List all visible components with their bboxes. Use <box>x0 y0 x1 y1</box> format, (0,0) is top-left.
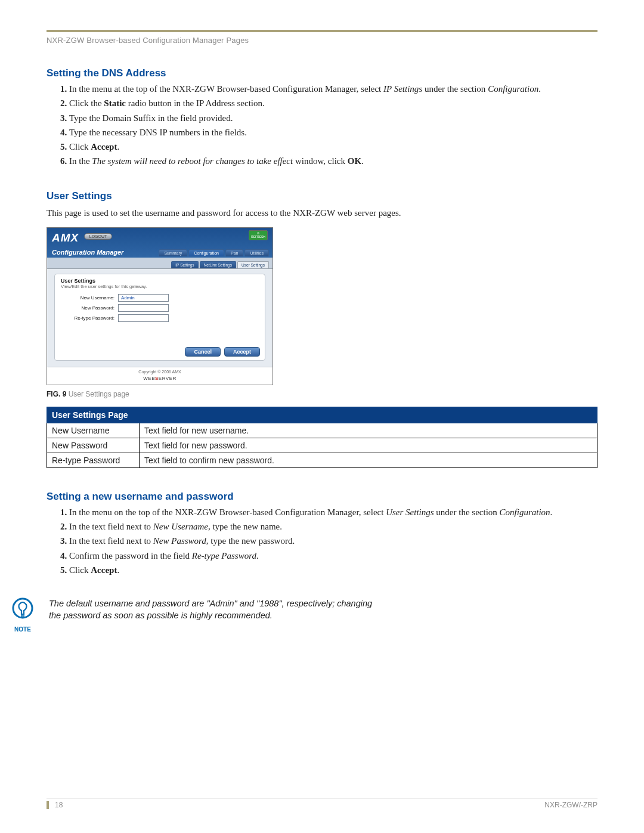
copyright: Copyright © 2006 AMX <box>47 370 273 374</box>
user-settings-intro: This page is used to set the username an… <box>47 207 597 219</box>
doc-id: NXR-ZGW/-ZRP <box>544 801 597 809</box>
tab-utilities[interactable]: Utilities <box>244 249 269 256</box>
amx-logo: AMX <box>52 231 79 244</box>
subtab-netlinx-settings[interactable]: NetLinx Settings <box>200 261 236 268</box>
table-row: Re-type PasswordText field to confirm ne… <box>47 453 597 467</box>
tab-summary[interactable]: Summary <box>159 249 187 256</box>
input-new-password[interactable] <box>118 304 169 312</box>
logout-button[interactable]: LOGOUT <box>84 233 113 240</box>
user-settings-table: User Settings Page New UsernameText fiel… <box>47 407 597 468</box>
table-row: New PasswordText field for new password. <box>47 438 597 453</box>
subtab-user-settings[interactable]: User Settings <box>237 261 269 268</box>
label-new-username: New Username: <box>61 295 114 301</box>
svg-point-0 <box>13 599 32 618</box>
table-header: User Settings Page <box>47 407 597 423</box>
tab-configuration[interactable]: Configuration <box>188 249 224 256</box>
table-row: New UsernameText field for new username. <box>47 423 597 438</box>
input-new-username[interactable] <box>118 294 169 302</box>
note-icon: NOTE <box>10 597 36 633</box>
figure-caption: FIG. 9 User Settings page <box>47 390 597 398</box>
label-new-password: New Password: <box>61 305 114 311</box>
subtab-ip-settings[interactable]: IP Settings <box>171 261 198 268</box>
refresh-button[interactable]: ⟳REFRESH <box>249 230 268 240</box>
page-footer: 18 NXR-ZGW/-ZRP <box>47 798 597 809</box>
cm-title: Configuration Manager <box>52 249 123 256</box>
input-retype-password[interactable] <box>118 314 169 322</box>
dns-steps: In the menu at the top of the NXR-ZGW Br… <box>47 83 597 168</box>
note-text: The default username and password are "A… <box>49 597 383 622</box>
webserver-badge: WEBSERVER <box>143 376 177 381</box>
accept-button[interactable]: Accept <box>224 347 260 357</box>
label-retype-password: Re-type Password: <box>61 315 114 321</box>
heading-dns: Setting the DNS Address <box>47 67 597 79</box>
heading-user-settings: User Settings <box>47 190 597 202</box>
running-head: NXR-ZGW Browser-based Configuration Mana… <box>47 36 597 45</box>
new-unpw-steps: In the menu on the top of the NXR-ZGW Br… <box>47 506 597 576</box>
cancel-button[interactable]: Cancel <box>185 347 221 357</box>
panel-subtitle: View/Edit the user settings for this gat… <box>61 284 259 289</box>
figure-user-settings: AMX LOGOUT ⟳REFRESH Configuration Manage… <box>47 227 597 385</box>
heading-new-unpw: Setting a new username and password <box>47 491 597 503</box>
tab-pan[interactable]: Pan <box>225 249 243 256</box>
page-number: 18 <box>47 801 63 809</box>
panel-title: User Settings <box>61 278 259 284</box>
